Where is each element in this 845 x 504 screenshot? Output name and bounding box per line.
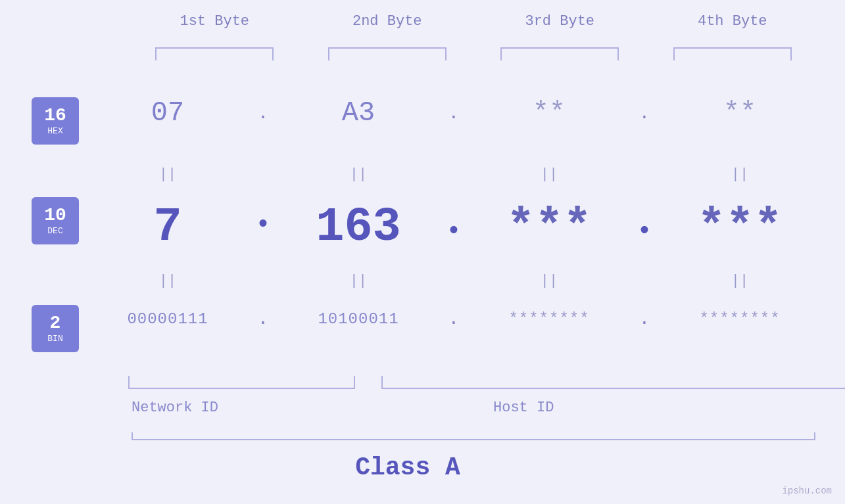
byte4-header: 4th Byte bbox=[660, 13, 805, 30]
dec-badge-num: 10 bbox=[44, 206, 66, 225]
byte3-header: 3rd Byte bbox=[487, 13, 632, 30]
eq1-b3: || bbox=[483, 166, 615, 183]
class-label: Class A bbox=[0, 453, 815, 482]
host-id-label: Host ID bbox=[493, 400, 554, 416]
network-bracket bbox=[128, 376, 355, 389]
eq1-b4: || bbox=[674, 166, 806, 183]
bin-dot2: . bbox=[444, 309, 464, 329]
hex-byte1: 07 bbox=[102, 97, 233, 129]
bracket-1 bbox=[155, 47, 274, 60]
bracket-4 bbox=[673, 47, 792, 60]
hex-row: 07 . A3 . ** . ** bbox=[92, 97, 815, 129]
eq2-b2: || bbox=[293, 273, 424, 289]
bin-byte3: ******** bbox=[483, 310, 615, 328]
dec-byte2: 163 bbox=[293, 200, 424, 254]
hex-byte2: A3 bbox=[293, 97, 424, 129]
equals-row-1: || || || || bbox=[92, 166, 815, 183]
hex-dot3: . bbox=[635, 103, 654, 124]
dec-badge-label: DEC bbox=[47, 226, 62, 236]
dec-byte3: *** bbox=[483, 200, 615, 254]
byte1-header: 1st Byte bbox=[142, 13, 287, 30]
dec-dot3: • bbox=[635, 217, 654, 252]
hex-dot1: . bbox=[253, 103, 273, 124]
dec-row: 7 • 163• *** • *** bbox=[92, 200, 815, 254]
bin-byte2: 10100011 bbox=[293, 310, 424, 328]
byte2-header: 2nd Byte bbox=[315, 13, 460, 30]
bin-byte4: ******** bbox=[674, 310, 806, 328]
watermark: ipshu.com bbox=[782, 486, 832, 496]
equals-row-2: || || || || bbox=[92, 273, 815, 289]
bin-row: 00000111 . 10100011 . ******** . *******… bbox=[92, 309, 815, 329]
dec-dot1: • bbox=[253, 210, 273, 245]
bin-dot3: . bbox=[635, 309, 654, 329]
dec-badge: 10 DEC bbox=[32, 197, 79, 244]
bin-badge: 2 BIN bbox=[32, 305, 79, 352]
eq1-b1: || bbox=[102, 166, 233, 183]
bracket-3 bbox=[500, 47, 619, 60]
dec-byte4: *** bbox=[674, 200, 806, 254]
bracket-2 bbox=[328, 47, 447, 60]
hex-dot2: . bbox=[444, 103, 464, 124]
hex-byte3: ** bbox=[483, 97, 615, 129]
host-bracket bbox=[381, 376, 845, 389]
top-brackets bbox=[128, 47, 819, 60]
bin-badge-num: 2 bbox=[50, 314, 61, 332]
class-bracket bbox=[132, 432, 815, 440]
bin-badge-label: BIN bbox=[47, 334, 62, 344]
eq1-b2: || bbox=[293, 166, 424, 183]
byte-headers: 1st Byte 2nd Byte 3rd Byte 4th Byte bbox=[128, 13, 819, 30]
bottom-brackets bbox=[128, 376, 845, 389]
hex-badge-num: 16 bbox=[44, 106, 66, 125]
bin-byte1: 00000111 bbox=[102, 310, 233, 328]
eq2-b3: || bbox=[483, 273, 615, 289]
eq2-b1: || bbox=[102, 273, 233, 289]
hex-byte4: ** bbox=[674, 97, 806, 129]
hex-badge: 16 HEX bbox=[32, 97, 79, 145]
hex-badge-label: HEX bbox=[47, 126, 62, 136]
eq2-b4: || bbox=[674, 273, 806, 289]
dec-byte1: 7 bbox=[102, 200, 233, 254]
network-id-label: Network ID bbox=[132, 400, 218, 416]
bin-dot1: . bbox=[253, 309, 273, 329]
